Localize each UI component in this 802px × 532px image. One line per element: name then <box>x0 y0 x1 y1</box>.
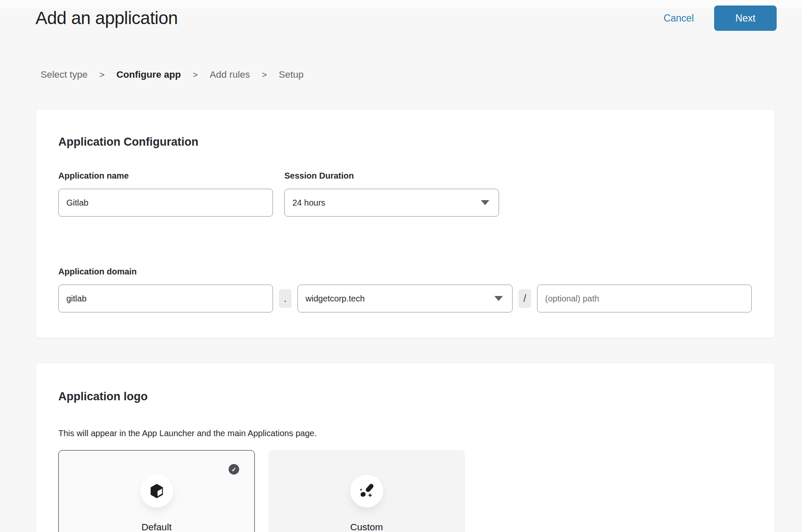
application-logo-card: Application logo This will appear in the… <box>35 363 775 532</box>
application-domain-label: Application domain <box>58 267 752 276</box>
subdomain-input[interactable] <box>58 285 273 312</box>
check-icon: ✓ <box>229 464 239 475</box>
breadcrumb: Select type > Configure app > Add rules … <box>41 69 802 80</box>
session-duration-select[interactable]: 24 hours <box>284 189 499 217</box>
breadcrumb-separator: > <box>99 70 104 80</box>
page-header: Add an application Cancel Next <box>0 0 802 36</box>
path-input[interactable] <box>537 285 752 312</box>
next-button[interactable]: Next <box>714 5 777 31</box>
slash-separator: / <box>518 289 531 308</box>
name-duration-row: Application name Session Duration 24 hou… <box>58 149 752 217</box>
page-title: Add an application <box>35 8 178 28</box>
cancel-button[interactable]: Cancel <box>663 13 694 24</box>
caret-down-icon <box>494 296 503 301</box>
application-domain-row: . widgetcorp.tech / <box>58 285 752 312</box>
application-configuration-heading: Application Configuration <box>58 136 752 149</box>
dot-separator: . <box>279 289 292 308</box>
logo-option-custom[interactable]: Custom <box>268 450 465 532</box>
breadcrumb-step-add-rules[interactable]: Add rules <box>210 69 250 80</box>
breadcrumb-separator: > <box>193 70 198 80</box>
application-name-label: Application name <box>58 171 273 180</box>
cube-icon <box>148 483 165 499</box>
session-duration-label: Session Duration <box>284 171 499 180</box>
domain-select-value: widgetcorp.tech <box>306 294 365 304</box>
session-duration-value: 24 hours <box>292 198 325 208</box>
application-logo-description: This will appear in the App Launcher and… <box>58 429 752 438</box>
application-name-field-group: Application name <box>58 149 273 217</box>
header-actions: Cancel Next <box>663 5 777 31</box>
paintbrush-icon <box>358 482 376 500</box>
logo-option-tiles: ✓ Default Custom <box>58 450 752 532</box>
logo-option-label: Default <box>59 522 254 532</box>
breadcrumb-step-setup[interactable]: Setup <box>279 69 304 80</box>
breadcrumb-separator: > <box>262 70 267 80</box>
session-duration-field-group: Session Duration 24 hours <box>284 149 499 217</box>
default-logo-circle <box>140 475 173 508</box>
application-configuration-card: Application Configuration Application na… <box>35 109 775 338</box>
breadcrumb-step-select-type[interactable]: Select type <box>41 69 87 80</box>
application-name-input[interactable] <box>58 189 273 217</box>
breadcrumb-step-configure-app[interactable]: Configure app <box>117 69 181 80</box>
logo-option-label: Custom <box>269 522 464 532</box>
domain-select[interactable]: widgetcorp.tech <box>297 285 513 312</box>
application-logo-heading: Application logo <box>58 390 752 403</box>
custom-logo-circle <box>350 475 383 508</box>
caret-down-icon <box>481 200 489 205</box>
logo-option-default[interactable]: ✓ Default <box>58 450 255 532</box>
